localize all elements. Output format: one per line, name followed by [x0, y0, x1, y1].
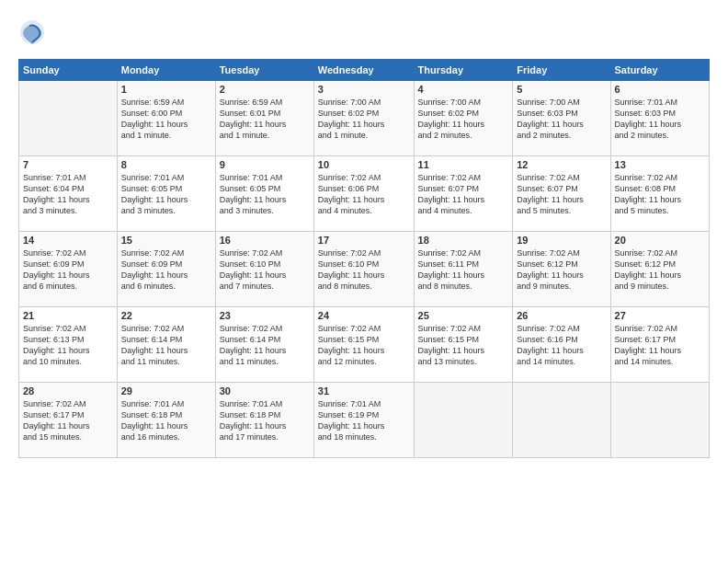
day-info: Sunrise: 7:02 AM Sunset: 6:09 PM Dayligh… [121, 247, 211, 293]
day-number: 11 [418, 159, 509, 170]
day-number: 27 [615, 310, 705, 321]
day-info: Sunrise: 7:01 AM Sunset: 6:05 PM Dayligh… [220, 172, 310, 217]
day-info: Sunrise: 7:02 AM Sunset: 6:10 PM Dayligh… [220, 247, 310, 293]
calendar-week-4: 28Sunrise: 7:02 AM Sunset: 6:17 PM Dayli… [19, 383, 710, 458]
day-info: Sunrise: 6:59 AM Sunset: 6:01 PM Dayligh… [220, 97, 310, 142]
calendar-cell: 27Sunrise: 7:02 AM Sunset: 6:17 PM Dayli… [610, 307, 709, 383]
calendar-cell: 26Sunrise: 7:02 AM Sunset: 6:16 PM Dayli… [513, 307, 610, 383]
calendar-cell: 28Sunrise: 7:02 AM Sunset: 6:17 PM Dayli… [19, 383, 118, 458]
day-info: Sunrise: 7:02 AM Sunset: 6:14 PM Dayligh… [220, 323, 310, 368]
calendar-cell: 16Sunrise: 7:02 AM Sunset: 6:10 PM Dayli… [215, 232, 313, 307]
day-info: Sunrise: 7:02 AM Sunset: 6:11 PM Dayligh… [418, 247, 509, 293]
calendar-cell: 9Sunrise: 7:01 AM Sunset: 6:05 PM Daylig… [215, 156, 313, 232]
calendar-cell: 11Sunrise: 7:02 AM Sunset: 6:07 PM Dayli… [414, 156, 513, 232]
calendar-cell: 19Sunrise: 7:02 AM Sunset: 6:12 PM Dayli… [513, 232, 610, 307]
calendar-cell: 4Sunrise: 7:00 AM Sunset: 6:02 PM Daylig… [414, 81, 513, 156]
day-number: 12 [517, 159, 606, 170]
day-info: Sunrise: 7:01 AM Sunset: 6:19 PM Dayligh… [318, 398, 410, 443]
day-number: 13 [615, 159, 705, 170]
calendar-cell: 31Sunrise: 7:01 AM Sunset: 6:19 PM Dayli… [313, 383, 414, 458]
day-info: Sunrise: 7:02 AM Sunset: 6:10 PM Dayligh… [318, 247, 410, 293]
day-number: 20 [615, 235, 705, 246]
header-cell-wednesday: Wednesday [313, 60, 414, 81]
day-info: Sunrise: 7:02 AM Sunset: 6:06 PM Dayligh… [318, 172, 410, 217]
day-info: Sunrise: 7:02 AM Sunset: 6:09 PM Dayligh… [23, 247, 113, 293]
day-info: Sunrise: 7:01 AM Sunset: 6:03 PM Dayligh… [615, 97, 705, 142]
day-number: 15 [121, 235, 211, 246]
calendar-table: SundayMondayTuesdayWednesdayThursdayFrid… [18, 59, 710, 458]
day-number: 1 [121, 84, 211, 95]
calendar-cell: 15Sunrise: 7:02 AM Sunset: 6:09 PM Dayli… [117, 232, 215, 307]
day-number: 16 [220, 235, 310, 246]
calendar-cell: 23Sunrise: 7:02 AM Sunset: 6:14 PM Dayli… [215, 307, 313, 383]
header-cell-tuesday: Tuesday [215, 60, 313, 81]
day-info: Sunrise: 7:02 AM Sunset: 6:15 PM Dayligh… [418, 323, 509, 368]
day-info: Sunrise: 7:02 AM Sunset: 6:13 PM Dayligh… [23, 323, 113, 368]
day-number: 26 [517, 310, 606, 321]
day-info: Sunrise: 6:59 AM Sunset: 6:00 PM Dayligh… [121, 97, 211, 142]
header-cell-sunday: Sunday [19, 60, 118, 81]
day-info: Sunrise: 7:01 AM Sunset: 6:05 PM Dayligh… [121, 172, 211, 217]
day-number: 14 [23, 235, 113, 246]
day-info: Sunrise: 7:02 AM Sunset: 6:07 PM Dayligh… [517, 172, 606, 217]
day-number: 23 [220, 310, 310, 321]
header-cell-friday: Friday [513, 60, 610, 81]
calendar-cell: 8Sunrise: 7:01 AM Sunset: 6:05 PM Daylig… [117, 156, 215, 232]
calendar-cell: 6Sunrise: 7:01 AM Sunset: 6:03 PM Daylig… [610, 81, 709, 156]
day-info: Sunrise: 7:00 AM Sunset: 6:03 PM Dayligh… [517, 97, 606, 142]
calendar-cell: 3Sunrise: 7:00 AM Sunset: 6:02 PM Daylig… [313, 81, 414, 156]
calendar-cell: 1Sunrise: 6:59 AM Sunset: 6:00 PM Daylig… [117, 81, 215, 156]
day-number: 2 [220, 84, 310, 95]
calendar-cell: 7Sunrise: 7:01 AM Sunset: 6:04 PM Daylig… [19, 156, 118, 232]
day-number: 21 [23, 310, 113, 321]
calendar-cell: 12Sunrise: 7:02 AM Sunset: 6:07 PM Dayli… [513, 156, 610, 232]
day-number: 17 [318, 235, 410, 246]
calendar-cell: 24Sunrise: 7:02 AM Sunset: 6:15 PM Dayli… [313, 307, 414, 383]
calendar-cell: 17Sunrise: 7:02 AM Sunset: 6:10 PM Dayli… [313, 232, 414, 307]
calendar-cell [513, 383, 610, 458]
day-info: Sunrise: 7:02 AM Sunset: 6:12 PM Dayligh… [615, 247, 705, 293]
day-info: Sunrise: 7:00 AM Sunset: 6:02 PM Dayligh… [418, 97, 509, 142]
header [18, 18, 710, 50]
calendar-cell: 30Sunrise: 7:01 AM Sunset: 6:18 PM Dayli… [215, 383, 313, 458]
header-cell-thursday: Thursday [414, 60, 513, 81]
day-number: 24 [318, 310, 410, 321]
page: SundayMondayTuesdayWednesdayThursdayFrid… [0, 0, 728, 563]
calendar-cell: 5Sunrise: 7:00 AM Sunset: 6:03 PM Daylig… [513, 81, 610, 156]
day-info: Sunrise: 7:01 AM Sunset: 6:18 PM Dayligh… [121, 398, 211, 443]
calendar-cell: 22Sunrise: 7:02 AM Sunset: 6:14 PM Dayli… [117, 307, 215, 383]
calendar-week-2: 14Sunrise: 7:02 AM Sunset: 6:09 PM Dayli… [19, 232, 710, 307]
calendar-week-1: 7Sunrise: 7:01 AM Sunset: 6:04 PM Daylig… [19, 156, 710, 232]
day-info: Sunrise: 7:02 AM Sunset: 6:08 PM Dayligh… [615, 172, 705, 217]
day-info: Sunrise: 7:00 AM Sunset: 6:02 PM Dayligh… [318, 97, 410, 142]
day-number: 28 [23, 385, 113, 396]
calendar-cell: 18Sunrise: 7:02 AM Sunset: 6:11 PM Dayli… [414, 232, 513, 307]
day-number: 30 [220, 385, 310, 396]
day-number: 18 [418, 235, 509, 246]
day-number: 29 [121, 385, 211, 396]
day-number: 25 [418, 310, 509, 321]
header-cell-saturday: Saturday [610, 60, 709, 81]
calendar-cell [19, 81, 118, 156]
calendar-header-row: SundayMondayTuesdayWednesdayThursdayFrid… [19, 60, 710, 81]
logo-icon [18, 18, 46, 46]
day-number: 31 [318, 385, 410, 396]
calendar-week-3: 21Sunrise: 7:02 AM Sunset: 6:13 PM Dayli… [19, 307, 710, 383]
day-number: 4 [418, 84, 509, 95]
day-number: 19 [517, 235, 606, 246]
calendar-cell [610, 383, 709, 458]
day-number: 5 [517, 84, 606, 95]
day-info: Sunrise: 7:02 AM Sunset: 6:17 PM Dayligh… [615, 323, 705, 368]
calendar-cell: 21Sunrise: 7:02 AM Sunset: 6:13 PM Dayli… [19, 307, 118, 383]
day-info: Sunrise: 7:01 AM Sunset: 6:18 PM Dayligh… [220, 398, 310, 443]
day-info: Sunrise: 7:02 AM Sunset: 6:16 PM Dayligh… [517, 323, 606, 368]
day-number: 6 [615, 84, 705, 95]
calendar-cell: 14Sunrise: 7:02 AM Sunset: 6:09 PM Dayli… [19, 232, 118, 307]
day-info: Sunrise: 7:02 AM Sunset: 6:15 PM Dayligh… [318, 323, 410, 368]
calendar-cell: 29Sunrise: 7:01 AM Sunset: 6:18 PM Dayli… [117, 383, 215, 458]
day-info: Sunrise: 7:02 AM Sunset: 6:12 PM Dayligh… [517, 247, 606, 293]
day-info: Sunrise: 7:02 AM Sunset: 6:17 PM Dayligh… [23, 398, 113, 443]
calendar-cell: 2Sunrise: 6:59 AM Sunset: 6:01 PM Daylig… [215, 81, 313, 156]
day-number: 8 [121, 159, 211, 170]
day-info: Sunrise: 7:01 AM Sunset: 6:04 PM Dayligh… [23, 172, 113, 217]
